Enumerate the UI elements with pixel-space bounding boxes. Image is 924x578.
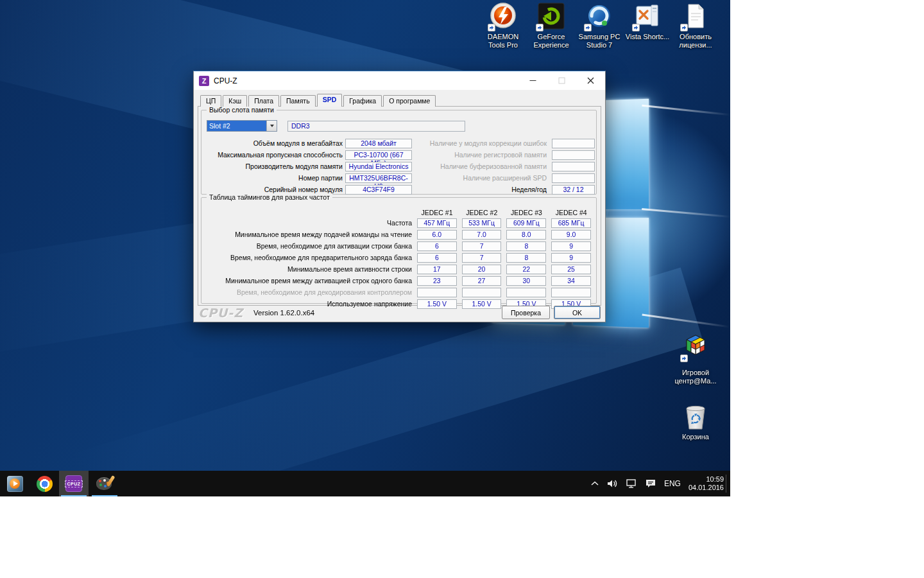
ok-button[interactable]: OK — [554, 306, 601, 319]
desktop-icon-label: Vista Shortc... — [624, 33, 671, 41]
taskbar-cpuz-button[interactable]: CPUZ — [59, 471, 89, 496]
title-bar[interactable]: Z CPU-Z — [194, 71, 605, 90]
show-desktop-divider[interactable] — [726, 475, 726, 493]
language-indicator[interactable]: ENG — [664, 479, 681, 488]
desktop-icon-vista-shortcut[interactable]: Vista Shortc... — [624, 2, 671, 41]
cell: 685 МГц — [551, 218, 591, 228]
taskbar-media-player-button[interactable] — [0, 471, 30, 496]
tab-about[interactable]: О программе — [383, 95, 436, 107]
field-label: Максимальная пропускная способность — [207, 151, 343, 159]
slot-select-value: Slot #2 — [207, 121, 266, 131]
cell: 22 — [506, 265, 546, 274]
field-label-disabled: Наличие у модуля коррекции ошибок — [412, 139, 547, 147]
cell: 6 — [417, 253, 457, 263]
document-icon — [681, 2, 710, 30]
cell: 8 — [506, 241, 546, 251]
network-icon[interactable] — [626, 479, 638, 488]
hidden-icons-chevron-icon[interactable] — [590, 480, 599, 487]
validate-button[interactable]: Проверка — [502, 306, 550, 319]
timings-header-row: JEDEC #1 JEDEC #2 JEDEC #3 JEDEC #4 — [207, 208, 591, 217]
desktop-icon-samsung-pc-studio[interactable]: Samsung PC Studio 7 — [576, 2, 623, 49]
module-row: Объём модуля в мегабайтах 2048 мбайт Нал… — [207, 137, 594, 149]
action-center-icon[interactable] — [646, 479, 656, 488]
taskbar-paint-button[interactable] — [90, 471, 119, 496]
cell: 6 — [417, 241, 457, 251]
field-label: Объём модуля в мегабайтах — [207, 139, 343, 147]
cell: 25 — [551, 265, 591, 274]
cell: 7 — [462, 253, 502, 263]
tab-memory[interactable]: Память — [280, 95, 316, 107]
clock[interactable]: 10:59 04.01.2016 — [689, 475, 724, 492]
manufacturer-value: Hyundai Electronics — [345, 162, 412, 171]
cpuz-logo: CPU-Z — [198, 306, 243, 320]
cell: 23 — [417, 276, 457, 286]
spd-tab-page: Выбор слота памяти Slot #2 DDR3 Объём мо… — [198, 106, 601, 306]
tab-spd[interactable]: SPD — [317, 94, 343, 107]
version-label: Version 1.62.0.x64 — [253, 309, 314, 317]
timings-row-rcd: Время, необходимое для активации строки … — [207, 240, 591, 252]
timings-row-cr: Время, необходимое для декодирования кон… — [207, 286, 591, 298]
tab-cache[interactable]: Кэш — [223, 95, 247, 107]
slot-select-combobox[interactable]: Slot #2 — [207, 120, 277, 132]
cell: 20 — [462, 265, 502, 274]
flag-value — [552, 173, 595, 183]
flag-value — [552, 162, 595, 171]
timings-groupbox: Таблица таймингов для разных частот JEDE… — [201, 197, 597, 304]
taskbar: CPUZ — [0, 471, 730, 496]
cell: 457 МГц — [417, 218, 457, 228]
desktop-icon-label: GeForce Experience — [527, 33, 575, 49]
tab-mainboard[interactable]: Плата — [248, 95, 279, 107]
screenshot-canvas: DAEMON Tools Pro GeForce Experience — [0, 0, 924, 578]
taskbar-chrome-button[interactable] — [30, 471, 59, 496]
tab-graphics[interactable]: Графика — [343, 95, 382, 107]
desktop-icon-daemon-tools[interactable]: DAEMON Tools Pro — [479, 2, 527, 49]
system-tray: ENG 10:59 04.01.2016 — [590, 471, 724, 496]
module-size-value: 2048 мбайт — [345, 139, 412, 148]
field-label: Серийный номер модуля — [207, 186, 343, 193]
field-label-disabled: Наличие буферизованной памяти — [412, 162, 547, 170]
desktop-icon-game-center[interactable]: Игровой центр@Ma... — [667, 334, 724, 385]
daemon-tools-icon — [489, 2, 517, 30]
cpuz-app-icon: Z — [199, 76, 209, 86]
close-button[interactable] — [576, 71, 605, 90]
desktop-icon-label: Корзина — [672, 433, 719, 441]
desktop-icon-update-license[interactable]: Обновить лицензи... — [672, 2, 719, 49]
desktop-icon-geforce-experience[interactable]: GeForce Experience — [527, 2, 575, 49]
combobox-dropdown-button[interactable] — [266, 121, 277, 131]
shortcut-arrow-icon — [680, 24, 688, 31]
cell: 533 МГц — [462, 218, 502, 228]
cell: 34 — [551, 276, 591, 286]
tray-time: 10:59 — [689, 475, 724, 484]
field-label-disabled: Наличие расширений SPD — [412, 174, 547, 182]
tab-cpu[interactable]: ЦП — [200, 95, 221, 107]
cell-empty — [551, 288, 591, 297]
cell-empty — [462, 288, 502, 297]
desktop-icon-recycle-bin[interactable]: Корзина — [672, 402, 719, 441]
desktop-icon-label: Обновить лицензи... — [672, 33, 719, 49]
minimize-button[interactable] — [518, 71, 547, 90]
cpuz-window: Z CPU-Z ЦП Кэш Плата П — [193, 71, 606, 322]
flag-value — [552, 139, 595, 148]
memory-type-field: DDR3 — [287, 121, 465, 132]
geforce-experience-icon — [537, 2, 565, 30]
column-header: JEDEC #1 — [417, 209, 457, 216]
field-label: Неделя/год — [412, 186, 547, 193]
module-row: Номер партии HMT325U6BFR8C-H9 Наличие ра… — [207, 172, 594, 184]
field-label-disabled: Наличие регистровой памяти — [412, 151, 547, 159]
timings-row-cas: Минимальное время между подачей команды … — [207, 229, 591, 240]
desktop-icon-label: Samsung PC Studio 7 — [576, 33, 623, 49]
cell-empty — [506, 288, 546, 297]
tab-strip: ЦП Кэш Плата Память SPD Графика О програ… — [198, 94, 601, 107]
chrome-icon — [37, 476, 53, 492]
timings-row-rc: Минимальное время между активацией строк… — [207, 275, 591, 286]
volume-icon[interactable] — [607, 479, 619, 488]
tray-date: 04.01.2016 — [689, 484, 724, 492]
column-header: JEDEC #2 — [462, 209, 502, 216]
cell: 7.0 — [462, 230, 502, 240]
vista-shortcut-icon — [633, 2, 662, 30]
cell-empty — [417, 288, 457, 297]
timings-row-frequency: Частота 457 МГц 533 МГц 609 МГц 685 МГц — [207, 217, 591, 229]
module-row: Производитель модуля памяти Hyundai Elec… — [207, 161, 594, 172]
maximize-button — [547, 71, 576, 90]
running-indicator — [61, 495, 87, 496]
